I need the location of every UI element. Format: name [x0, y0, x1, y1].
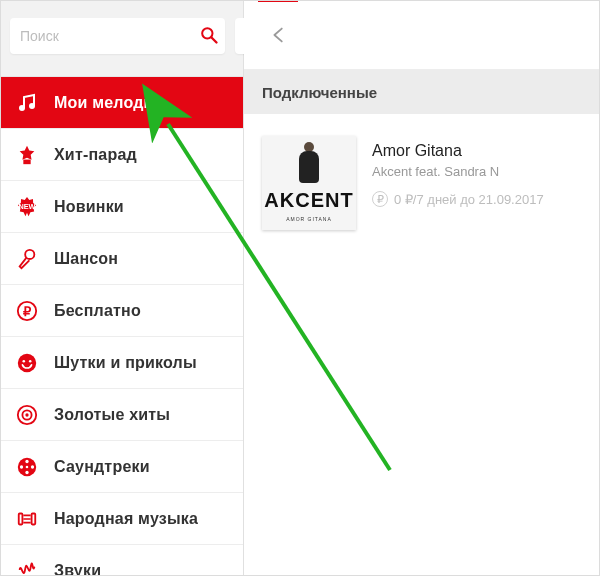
ruble-icon: ₽: [14, 298, 40, 324]
sidebar-top: А-Я: [0, 0, 243, 77]
melody-icon: [14, 90, 40, 116]
svg-point-19: [31, 465, 34, 468]
sidebar-item-gold[interactable]: Золотые хиты: [0, 389, 243, 441]
cover-subtext: AMOR GITANA: [262, 216, 356, 222]
chart-icon: [14, 142, 40, 168]
soundwave-icon: [14, 558, 40, 577]
mic-icon: [14, 246, 40, 272]
sidebar: А-Я Мои мелодии Хит-парад: [0, 0, 244, 576]
main-panel: Подключенные AKCENT AMOR GITANA Amor Git…: [244, 0, 600, 576]
svg-text:₽: ₽: [23, 303, 32, 318]
sidebar-item-label: Народная музыка: [54, 510, 198, 528]
ruble-badge-icon: ₽: [372, 191, 388, 207]
svg-point-16: [25, 459, 28, 462]
back-button[interactable]: [268, 24, 290, 46]
svg-line-1: [212, 38, 217, 43]
track-artist: Akcent feat. Sandra N: [372, 164, 582, 179]
svg-point-20: [26, 465, 29, 468]
track-card[interactable]: AKCENT AMOR GITANA Amor Gitana Akcent fe…: [262, 136, 582, 230]
new-badge-icon: NEW: [14, 194, 40, 220]
svg-rect-22: [32, 513, 36, 524]
cover-figure: [293, 142, 325, 188]
search-icon[interactable]: [199, 25, 219, 45]
svg-point-14: [25, 413, 28, 416]
section-header: Подключенные: [244, 70, 600, 114]
sidebar-item-label: Мои мелодии: [54, 94, 164, 112]
svg-point-10: [23, 359, 26, 362]
accordion-icon: [14, 506, 40, 532]
sidebar-item-label: Хит-парад: [54, 146, 137, 164]
sidebar-item-jokes[interactable]: Шутки и приколы: [0, 337, 243, 389]
sidebar-item-label: Звуки: [54, 562, 101, 577]
svg-point-17: [25, 470, 28, 473]
disc-icon: [14, 402, 40, 428]
sidebar-item-soundtracks[interactable]: Саундтреки: [0, 441, 243, 493]
svg-rect-21: [19, 513, 23, 524]
svg-point-3: [29, 103, 35, 109]
svg-text:NEW: NEW: [18, 202, 35, 211]
track-title: Amor Gitana: [372, 142, 582, 160]
film-reel-icon: [14, 454, 40, 480]
svg-rect-4: [23, 159, 30, 164]
price-line: ₽ 0 ₽/7 дней до 21.09.2017: [372, 191, 582, 207]
section-header-label: Подключенные: [262, 84, 377, 101]
sidebar-item-label: Золотые хиты: [54, 406, 170, 424]
sidebar-item-my-melodies[interactable]: Мои мелодии: [0, 77, 243, 129]
svg-point-11: [29, 359, 32, 362]
sidebar-item-sounds[interactable]: Звуки: [0, 545, 243, 576]
search-input[interactable]: [10, 18, 225, 54]
sidebar-item-label: Бесплатно: [54, 302, 141, 320]
svg-point-2: [19, 105, 25, 111]
price-text: 0 ₽/7 дней до 21.09.2017: [394, 192, 544, 207]
sidebar-item-label: Саундтреки: [54, 458, 150, 476]
sidebar-item-chanson[interactable]: Шансон: [0, 233, 243, 285]
sidebar-menu: Мои мелодии Хит-парад NEW Новинки: [0, 77, 243, 576]
search-field-wrap[interactable]: [10, 18, 225, 54]
cover-logo-text: AKCENT: [262, 189, 356, 212]
smiley-icon: [14, 350, 40, 376]
sidebar-item-label: Шансон: [54, 250, 118, 268]
sidebar-item-new[interactable]: NEW Новинки: [0, 181, 243, 233]
sidebar-item-hitparade[interactable]: Хит-парад: [0, 129, 243, 181]
sidebar-item-folk[interactable]: Народная музыка: [0, 493, 243, 545]
sidebar-item-label: Шутки и приколы: [54, 354, 197, 372]
topbar: [244, 0, 600, 70]
track-meta: Amor Gitana Akcent feat. Sandra N ₽ 0 ₽/…: [372, 136, 582, 230]
sidebar-item-label: Новинки: [54, 198, 124, 216]
svg-point-9: [18, 353, 36, 371]
sidebar-item-free[interactable]: ₽ Бесплатно: [0, 285, 243, 337]
svg-point-18: [20, 465, 23, 468]
album-cover[interactable]: AKCENT AMOR GITANA: [262, 136, 356, 230]
